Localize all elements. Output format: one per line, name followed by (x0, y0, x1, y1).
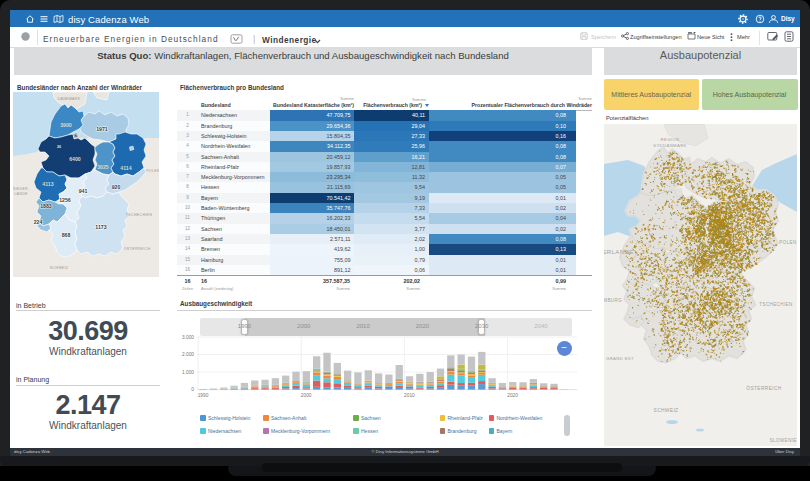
svg-text:2010: 2010 (404, 393, 415, 398)
svg-text:3900: 3900 (60, 122, 72, 128)
svg-text:0: 0 (191, 387, 194, 392)
svg-text:REGION: REGION (661, 137, 680, 142)
svg-text:ÖSTERREICH: ÖSTERREICH (124, 247, 151, 251)
svg-text:NIEDER-: NIEDER- (13, 187, 30, 191)
svg-text:2000: 2000 (301, 393, 312, 398)
svg-text:SCHWEIZ: SCHWEIZ (50, 266, 69, 270)
svg-text:SYDDANMARK: SYDDANMARK (653, 143, 687, 148)
svg-text:LUXEMBURG: LUXEMBURG (604, 298, 622, 303)
svg-text:1256: 1256 (59, 197, 71, 203)
svg-text:2020: 2020 (507, 393, 518, 398)
svg-text:TSCHECHIEN: TSCHECHIEN (759, 302, 792, 307)
svg-text:3025: 3025 (97, 164, 109, 170)
svg-text:SLOWENIEN: SLOWENIEN (770, 438, 797, 443)
svg-text:27: 27 (73, 134, 77, 138)
svg-text:4114: 4114 (120, 165, 131, 171)
svg-text:POLEN: POLEN (779, 240, 796, 245)
svg-text:1971: 1971 (96, 126, 108, 132)
svg-text:941: 941 (79, 188, 88, 194)
svg-text:26: 26 (57, 145, 61, 149)
svg-text:1173: 1173 (95, 224, 106, 230)
svg-text:1883: 1883 (40, 203, 52, 209)
svg-text:920: 920 (112, 184, 121, 190)
svg-text:SCHWEIZ: SCHWEIZ (654, 408, 679, 413)
svg-text:1.000: 1.000 (182, 370, 194, 375)
svg-text:POLEN: POLEN (146, 169, 159, 173)
svg-text:6400: 6400 (69, 156, 81, 162)
svg-text:868: 868 (62, 232, 71, 238)
svg-text:TSCHECHIEN: TSCHECHIEN (126, 213, 152, 217)
svg-text:ÖSTERREICH: ÖSTERREICH (746, 385, 782, 391)
svg-text:GRAND EST: GRAND EST (606, 356, 634, 361)
svg-text:LANDE: LANDE (14, 192, 28, 196)
svg-text:4113: 4113 (42, 181, 53, 187)
svg-text:224: 224 (34, 218, 43, 224)
svg-text:2.000: 2.000 (182, 352, 194, 357)
svg-text:3.000: 3.000 (182, 335, 194, 340)
svg-text:1990: 1990 (198, 393, 209, 398)
svg-text:ERLANDE: ERLANDE (604, 249, 634, 255)
svg-text:DÄNEMARK: DÄNEMARK (58, 97, 81, 101)
